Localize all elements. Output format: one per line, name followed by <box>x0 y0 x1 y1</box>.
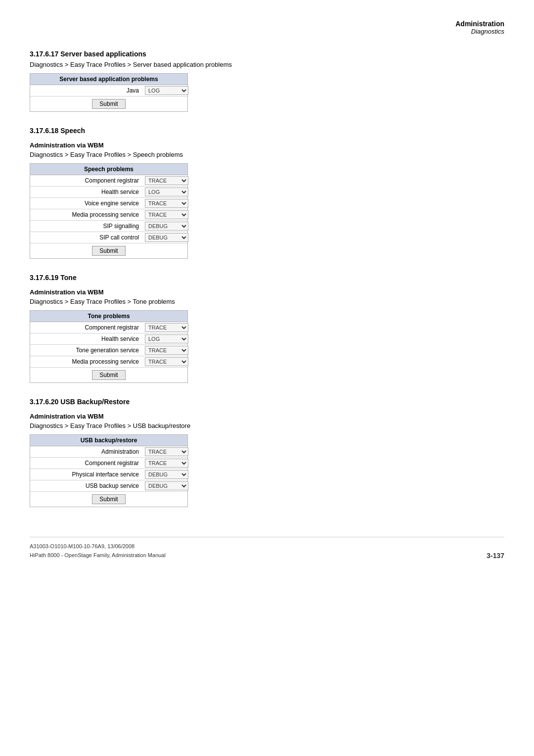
section-3-17-6-20-heading: 3.17.6.20 USB Backup/Restore <box>30 398 504 406</box>
table-row: Health serviceLOGTRACEDEBUG <box>30 333 187 345</box>
section-3-17-6-17-submit-button[interactable]: Submit <box>92 99 125 109</box>
row-label: Media processing service <box>30 210 143 220</box>
row-label: Health service <box>30 334 143 344</box>
table-row: SIP call controlDEBUGTRACELOG <box>30 232 187 243</box>
section-3-17-6-19-heading: 3.17.6.19 Tone <box>30 274 504 282</box>
table-row: Health serviceLOGTRACEDEBUG <box>30 187 187 198</box>
section-3-17-6-20-submit-button[interactable]: Submit <box>92 494 125 504</box>
table-row: AdministrationTRACELOGDEBUG <box>30 446 187 458</box>
section-3-17-6-17-submit-row: Submit <box>30 96 187 111</box>
row-value[interactable]: DEBUGTRACELOG <box>143 232 187 243</box>
row-label: SIP signalling <box>30 221 143 231</box>
row-select[interactable]: LOGTRACEDEBUG <box>145 86 188 95</box>
table-row: Tone generation serviceTRACELOGDEBUG <box>30 345 187 356</box>
section-3-17-6-19-breadcrumb: Diagnostics > Easy Trace Profiles > Tone… <box>30 298 504 305</box>
table-row: Component registrarTRACELOGDEBUG <box>30 322 187 333</box>
row-select[interactable]: TRACELOGDEBUG <box>145 176 188 185</box>
section-3-17-6-17-table: Server based application problemsJavaLOG… <box>30 73 188 112</box>
row-label: Java <box>30 86 143 95</box>
row-label: Component registrar <box>30 323 143 332</box>
table-row: Voice engine serviceTRACELOGDEBUG <box>30 198 187 209</box>
row-value[interactable]: TRACELOGDEBUG <box>143 356 187 367</box>
row-value[interactable]: TRACELOGDEBUG <box>143 446 187 457</box>
row-select[interactable]: DEBUGTRACELOG <box>145 222 188 231</box>
row-select[interactable]: TRACELOGDEBUG <box>145 323 188 332</box>
row-label: Physical interface service <box>30 470 143 479</box>
section-3-17-6-20: 3.17.6.20 USB Backup/RestoreAdministrati… <box>30 398 504 507</box>
row-label: Administration <box>30 447 143 457</box>
section-3-17-6-18-heading: 3.17.6.18 Speech <box>30 127 504 135</box>
row-label: USB backup service <box>30 481 143 491</box>
section-3-17-6-18-sub-heading: Administration via WBM <box>30 142 504 149</box>
row-select[interactable]: TRACELOGDEBUG <box>145 447 188 456</box>
row-select[interactable]: LOGTRACEDEBUG <box>145 334 188 343</box>
row-value[interactable]: LOGTRACEDEBUG <box>143 187 187 197</box>
row-select[interactable]: DEBUGTRACELOG <box>145 481 188 490</box>
footer-line1: A31003-O1010-M100-10-76A9, 13/06/2008 <box>30 543 134 549</box>
section-3-17-6-19-table-header: Tone problems <box>30 311 187 322</box>
row-value[interactable]: DEBUGTRACELOG <box>143 221 187 232</box>
row-value[interactable]: DEBUGTRACELOG <box>143 480 187 491</box>
row-value[interactable]: LOGTRACEDEBUG <box>143 333 187 344</box>
header-subtitle: Diagnostics <box>30 28 504 35</box>
table-row: Media processing serviceTRACELOGDEBUG <box>30 356 187 368</box>
table-row: Component registrarTRACELOGDEBUG <box>30 175 187 187</box>
row-value[interactable]: TRACELOGDEBUG <box>143 198 187 209</box>
row-value[interactable]: TRACELOGDEBUG <box>143 345 187 356</box>
section-3-17-6-18-submit-button[interactable]: Submit <box>92 246 125 256</box>
page-header: Administration Diagnostics <box>30 20 504 35</box>
section-3-17-6-17: 3.17.6.17 Server based applicationsDiagn… <box>30 50 504 112</box>
section-3-17-6-20-submit-row: Submit <box>30 492 187 507</box>
row-label: SIP call control <box>30 233 143 242</box>
table-row: JavaLOGTRACEDEBUG <box>30 85 187 96</box>
row-label: Component registrar <box>30 458 143 468</box>
page-footer: A31003-O1010-M100-10-76A9, 13/06/2008 Hi… <box>30 537 504 560</box>
section-3-17-6-20-table: USB backup/restoreAdministrationTRACELOG… <box>30 434 188 507</box>
row-value[interactable]: TRACELOGDEBUG <box>143 209 187 220</box>
row-value[interactable]: TRACELOGDEBUG <box>143 322 187 333</box>
section-3-17-6-18-breadcrumb: Diagnostics > Easy Trace Profiles > Spee… <box>30 151 504 158</box>
header-title: Administration <box>30 20 504 28</box>
row-select[interactable]: LOGTRACEDEBUG <box>145 188 188 196</box>
table-row: Physical interface serviceDEBUGTRACELOG <box>30 469 187 480</box>
table-row: USB backup serviceDEBUGTRACELOG <box>30 480 187 492</box>
row-select[interactable]: TRACELOGDEBUG <box>145 210 188 219</box>
table-row: SIP signallingDEBUGTRACELOG <box>30 221 187 232</box>
row-value[interactable]: DEBUGTRACELOG <box>143 469 187 480</box>
row-label: Health service <box>30 187 143 197</box>
section-3-17-6-17-table-header: Server based application problems <box>30 74 187 85</box>
row-select[interactable]: DEBUGTRACELOG <box>145 470 188 479</box>
section-3-17-6-17-heading: 3.17.6.17 Server based applications <box>30 50 504 58</box>
row-label: Voice engine service <box>30 198 143 208</box>
row-value[interactable]: TRACELOGDEBUG <box>143 458 187 469</box>
section-3-17-6-19-sub-heading: Administration via WBM <box>30 288 504 296</box>
row-value[interactable]: LOGTRACEDEBUG <box>143 85 187 96</box>
section-3-17-6-19-submit-button[interactable]: Submit <box>92 370 125 380</box>
section-3-17-6-17-breadcrumb: Diagnostics > Easy Trace Profiles > Serv… <box>30 61 504 68</box>
section-3-17-6-19-table: Tone problemsComponent registrarTRACELOG… <box>30 310 188 383</box>
section-3-17-6-20-breadcrumb: Diagnostics > Easy Trace Profiles > USB … <box>30 422 504 429</box>
row-label: Component registrar <box>30 176 143 186</box>
row-label: Tone generation service <box>30 345 143 355</box>
section-3-17-6-20-table-header: USB backup/restore <box>30 435 187 446</box>
section-3-17-6-19-submit-row: Submit <box>30 368 187 382</box>
table-row: Component registrarTRACELOGDEBUG <box>30 458 187 469</box>
row-label: Media processing service <box>30 357 143 367</box>
section-3-17-6-20-sub-heading: Administration via WBM <box>30 413 504 420</box>
section-3-17-6-18-table-header: Speech problems <box>30 164 187 175</box>
section-3-17-6-18: 3.17.6.18 SpeechAdministration via WBMDi… <box>30 127 504 259</box>
section-3-17-6-18-table: Speech problemsComponent registrarTRACEL… <box>30 163 188 259</box>
footer-left: A31003-O1010-M100-10-76A9, 13/06/2008 Hi… <box>30 542 166 560</box>
section-3-17-6-19: 3.17.6.19 ToneAdministration via WBMDiag… <box>30 274 504 383</box>
row-select[interactable]: TRACELOGDEBUG <box>145 346 188 355</box>
row-select[interactable]: TRACELOGDEBUG <box>145 357 188 366</box>
footer-page-number: 3-137 <box>487 552 504 560</box>
footer-line2: HiPath 8000 - OpenStage Family, Administ… <box>30 552 166 558</box>
row-select[interactable]: DEBUGTRACELOG <box>145 233 188 242</box>
row-select[interactable]: TRACELOGDEBUG <box>145 199 188 208</box>
row-select[interactable]: TRACELOGDEBUG <box>145 459 188 468</box>
row-value[interactable]: TRACELOGDEBUG <box>143 175 187 186</box>
section-3-17-6-18-submit-row: Submit <box>30 243 187 258</box>
table-row: Media processing serviceTRACELOGDEBUG <box>30 209 187 221</box>
